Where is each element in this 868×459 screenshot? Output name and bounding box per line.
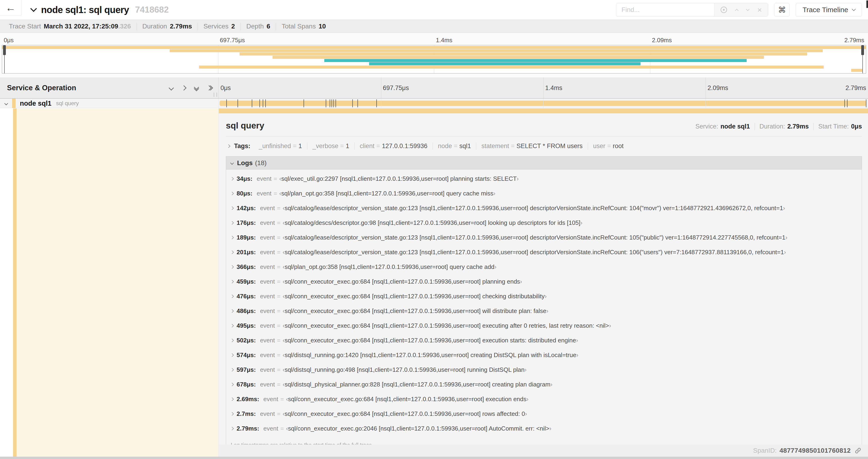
log-row[interactable]: 34μs:event=‹sql/exec_util.go:2297 [nsql1… — [226, 171, 862, 186]
expand-one-icon[interactable] — [182, 86, 186, 90]
timeline-header-left: Service & Operation — [0, 77, 219, 98]
tags-row[interactable]: Tags: _unfinished=1_verbose=1client=127.… — [226, 142, 862, 150]
log-row[interactable]: 597μs:event=‹sql/distsql_running.go:498 … — [226, 362, 862, 377]
tag-value: root — [613, 142, 624, 150]
chevron-right-icon — [230, 206, 234, 210]
log-timestamp: 678μs: — [237, 381, 256, 388]
find-input[interactable] — [616, 3, 714, 16]
scrollbar-thumb[interactable] — [866, 0, 868, 8]
log-row[interactable]: 495μs:event=‹sql/conn_executor_exec.go:6… — [226, 318, 862, 333]
chevron-right-icon — [230, 221, 234, 225]
tag-item[interactable]: user=root — [588, 142, 629, 150]
log-row[interactable]: 2.69ms:event=‹sql/conn_executor_exec.go:… — [226, 392, 862, 406]
log-field-key: event — [260, 204, 275, 212]
log-equals: = — [277, 381, 280, 388]
log-field-value: ‹sql/exec_util.go:2297 [nsql1,client=127… — [279, 175, 519, 183]
collapse-one-icon[interactable] — [169, 86, 173, 90]
log-field-value: ‹sql/plan_opt.go:358 [nsql1,client=127.0… — [283, 263, 496, 270]
span-log-marker — [358, 99, 358, 107]
log-timestamp: 142μs: — [237, 204, 256, 212]
minimap-canvas[interactable] — [2, 45, 866, 73]
chevron-right-icon — [230, 192, 234, 195]
quote-open: ‹ — [283, 307, 285, 315]
summary-label: Trace Start — [9, 23, 41, 30]
log-equals: = — [277, 263, 280, 270]
span-row-timeline[interactable] — [219, 99, 868, 108]
quote-open: ‹ — [286, 396, 288, 402]
log-row[interactable]: 502μs:event=‹sql/conn_executor_exec.go:6… — [226, 333, 862, 348]
logs-header[interactable]: Logs (18) — [226, 157, 862, 170]
log-row[interactable]: 486μs:event=‹sql/conn_executor_exec.go:6… — [226, 304, 862, 318]
quote-open: ‹ — [283, 381, 285, 388]
tag-item[interactable]: client=127.0.0.1:59936 — [355, 142, 433, 150]
log-field-key: event — [260, 366, 275, 373]
log-field-value: ‹sql/distsql_physical_planner.go:828 [ns… — [283, 381, 552, 388]
trace-collapse-chevron-icon[interactable] — [31, 8, 36, 12]
log-row[interactable]: 2.79ms:event=‹sql/conn_executor_exec.go:… — [226, 421, 862, 436]
minimap-ruler: 0μs697.75μs1.4ms2.09ms2.79ms — [2, 34, 866, 45]
bottom-scroll-strip[interactable] — [0, 457, 868, 459]
trace-view-selector[interactable]: Trace Timeline — [796, 3, 862, 17]
find-clear-icon[interactable]: × — [757, 6, 762, 14]
log-row[interactable]: 2.7ms:event=‹sql/conn_executor_exec.go:6… — [226, 406, 862, 421]
minimap-span-bar — [169, 49, 823, 52]
chevron-right-icon — [230, 353, 234, 357]
tag-value: SELECT * FROM users — [517, 142, 583, 150]
log-row[interactable]: 366μs:event=‹sql/plan_opt.go:358 [nsql1,… — [226, 260, 862, 274]
detail-meta: Service:node sql1 Duration:2.79ms Start … — [691, 123, 862, 130]
back-button[interactable]: ← — [0, 0, 22, 15]
log-row[interactable]: 574μs:event=‹sql/distsql_running.go:1420… — [226, 348, 862, 362]
log-field-value: ‹sql/catalog/lease/descriptor_version_st… — [283, 204, 785, 212]
log-equals: = — [277, 293, 280, 300]
span-collapse-chevron-icon[interactable] — [0, 102, 12, 105]
quote-close: › — [551, 381, 553, 388]
minimap-tick-label: 1.4ms — [436, 37, 453, 44]
locate-icon[interactable] — [720, 6, 727, 13]
tag-item[interactable]: _verbose=1 — [307, 142, 355, 150]
log-equals: = — [280, 425, 284, 432]
find-prev-icon[interactable] — [735, 9, 739, 12]
log-row[interactable]: 459μs:event=‹sql/conn_executor_exec.go:6… — [226, 274, 862, 289]
log-row[interactable]: 678μs:event=‹sql/distsql_physical_planne… — [226, 377, 862, 392]
detail-panel: sql query Service:node sql1 Duration:2.7… — [219, 108, 868, 457]
tag-value: 127.0.0.1:59936 — [382, 142, 428, 150]
find-next-icon[interactable] — [746, 7, 749, 11]
minimap-scrubber[interactable] — [862, 45, 863, 73]
log-timestamp: 502μs: — [237, 337, 256, 344]
log-row[interactable]: 176μs:event=‹sql/catalog/descs/descripto… — [226, 216, 862, 230]
span-duration-bar[interactable] — [220, 101, 866, 106]
log-row[interactable]: 80μs:event=‹sql/plan_opt.go:358 [nsql1,c… — [226, 186, 862, 201]
quote-close: › — [545, 293, 547, 300]
tag-item[interactable]: node=sql1 — [433, 142, 476, 150]
deep-link-icon[interactable] — [855, 447, 862, 454]
log-field-value: ‹sql/distsql_running.go:1420 [nsql1,clie… — [283, 352, 578, 359]
back-arrow-icon: ← — [6, 2, 16, 13]
span-row: node sql1 sql query — [0, 99, 868, 108]
keyboard-shortcuts-button[interactable]: ⌘ — [774, 3, 789, 17]
log-timestamp: 2.79ms: — [237, 425, 259, 432]
chevron-right-icon — [230, 280, 234, 284]
log-row[interactable]: 189μs:event=‹sql/catalog/lease/descripto… — [226, 230, 862, 245]
spanid-label: SpanID: — [753, 447, 777, 454]
meta-value: 0μs — [851, 123, 862, 130]
collapse-all-icon[interactable] — [195, 85, 198, 91]
log-field-value: ‹sql/catalog/descs/descriptor.go:98 [nsq… — [283, 219, 582, 226]
minimap-scrubber[interactable] — [4, 45, 5, 73]
tag-item[interactable]: _unfinished=1 — [254, 142, 307, 150]
tag-item[interactable]: statement=SELECT * FROM users — [476, 142, 588, 150]
chevron-down-icon — [852, 7, 856, 11]
expand-all-icon[interactable] — [207, 86, 212, 90]
quote-open: ‹ — [283, 219, 285, 226]
log-timestamp: 459μs: — [237, 278, 256, 285]
trace-view-label: Trace Timeline — [802, 6, 848, 14]
detail-header: sql query Service:node sql1 Duration:2.7… — [226, 113, 862, 131]
log-row[interactable]: 476μs:event=‹sql/conn_executor_exec.go:6… — [226, 289, 862, 304]
log-row[interactable]: 201μs:event=‹sql/catalog/lease/descripto… — [226, 245, 862, 260]
log-field-key: event — [264, 396, 278, 403]
column-resizer-grip[interactable] — [214, 93, 217, 97]
span-row-name-column[interactable]: node sql1 sql query — [0, 99, 219, 108]
tag-key: node — [438, 142, 452, 150]
log-row[interactable]: 142μs:event=‹sql/catalog/lease/descripto… — [226, 201, 862, 216]
detail-expanded-accent-bar[interactable] — [219, 108, 868, 113]
log-field-value: ‹sql/conn_executor_exec.go:684 [nsql1,cl… — [283, 322, 611, 329]
